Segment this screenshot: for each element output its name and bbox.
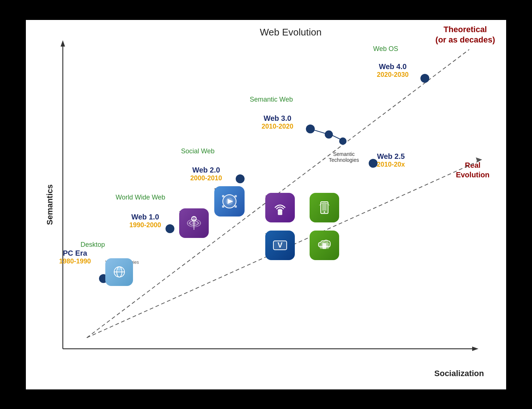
mobile-icon xyxy=(310,193,339,222)
web30-name: Web 3.0 2010-2020 xyxy=(262,114,293,130)
web10-name: Web 1.0 1990-2000 xyxy=(129,213,161,229)
broadband-icon-container: Broadband xyxy=(265,193,289,200)
networking-icon-container: Networking xyxy=(179,208,203,215)
web40-name: Web 4.0 2020-2030 xyxy=(377,62,409,79)
svg-point-15 xyxy=(420,74,429,83)
svg-point-34 xyxy=(279,210,281,211)
networking-icon xyxy=(179,208,209,238)
svg-point-9 xyxy=(236,174,245,183)
multimedia-icon-container: Multimedia xyxy=(214,186,238,192)
svg-point-37 xyxy=(324,211,325,213)
svg-rect-36 xyxy=(322,203,327,211)
multimedia-icon xyxy=(214,186,245,217)
svg-rect-31 xyxy=(222,205,224,208)
virtual-icon: V xyxy=(265,231,295,260)
pc-era-tech: Desktop xyxy=(81,241,105,249)
pc-era-name: PC Era 1980-1990 xyxy=(59,249,91,265)
svg-rect-29 xyxy=(222,195,224,197)
chart-container: Web Evolution Theoretical (or as decades… xyxy=(26,20,506,389)
svg-marker-6 xyxy=(476,157,482,162)
cloud-icon-container: CloudComputing xyxy=(310,231,333,243)
svg-marker-1 xyxy=(61,40,65,47)
mobile-icon-container: MobileComputing xyxy=(310,193,333,206)
web-tech-icon xyxy=(105,258,133,286)
web20-name: Web 2.0 2000-2010 xyxy=(190,166,222,182)
web20-tech: Social Web xyxy=(181,147,215,155)
virtual-icon-container: V Virtualization xyxy=(265,231,293,238)
web10-tech: World Wide Web xyxy=(116,194,165,201)
broadband-icon xyxy=(265,193,295,222)
svg-point-8 xyxy=(166,224,174,233)
cloud-icon xyxy=(310,231,339,260)
svg-point-12 xyxy=(339,137,347,145)
web25-name: Web 2.5 2010-20x xyxy=(377,152,405,168)
svg-text:V: V xyxy=(277,241,283,249)
semantic-tech-label: SemanticTechnologies xyxy=(329,151,359,163)
svg-rect-44 xyxy=(323,243,326,249)
svg-point-20 xyxy=(117,267,121,271)
web30-tech: Semantic Web xyxy=(250,96,293,103)
web-tech-icon-container: Web Tecnologies xyxy=(105,258,139,265)
svg-point-16 xyxy=(369,159,378,168)
svg-rect-30 xyxy=(235,195,237,197)
svg-rect-32 xyxy=(235,205,237,208)
svg-marker-3 xyxy=(472,347,478,351)
web40-tech: Web OS xyxy=(373,45,398,53)
